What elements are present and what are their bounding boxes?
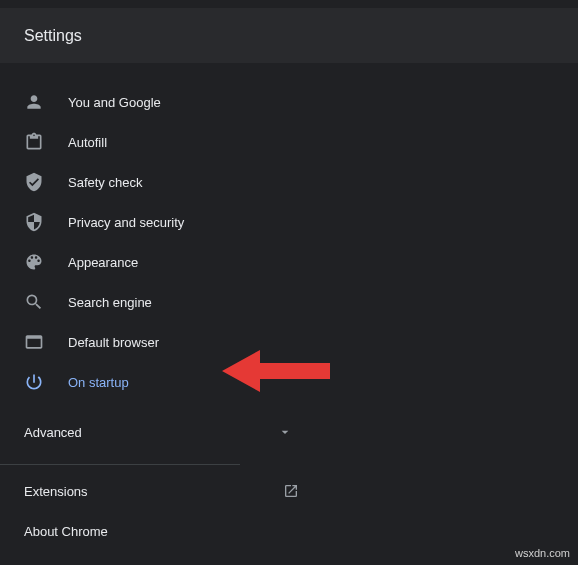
clipboard-icon [24,132,44,152]
person-icon [24,92,44,112]
window-topbar [0,0,578,8]
nav-list: You and Google Autofill Safety check Pri… [0,64,578,402]
shield-check-icon [24,172,44,192]
nav-item-default-browser[interactable]: Default browser [0,322,578,362]
nav-item-about-chrome[interactable]: About Chrome [0,511,578,551]
nav-item-appearance[interactable]: Appearance [0,242,578,282]
nav-item-search-engine[interactable]: Search engine [0,282,578,322]
nav-label: Autofill [68,135,107,150]
nav-label: Search engine [68,295,152,310]
search-icon [24,292,44,312]
nav-label: You and Google [68,95,161,110]
nav-label: On startup [68,375,129,390]
settings-sidebar: You and Google Autofill Safety check Pri… [0,64,578,565]
power-icon [24,372,44,392]
settings-header: Settings [0,8,578,64]
nav-label: Default browser [68,335,159,350]
nav-item-privacy-security[interactable]: Privacy and security [0,202,578,242]
external-link-icon [283,483,299,499]
advanced-label: Advanced [24,425,82,440]
divider [0,464,240,465]
nav-item-you-and-google[interactable]: You and Google [0,82,578,122]
watermark: wsxdn.com [515,547,570,559]
page-title: Settings [24,27,82,45]
about-chrome-label: About Chrome [24,524,108,539]
nav-item-on-startup[interactable]: On startup [0,362,578,402]
advanced-toggle[interactable]: Advanced [0,412,578,452]
nav-label: Appearance [68,255,138,270]
nav-label: Privacy and security [68,215,184,230]
extensions-label: Extensions [24,484,88,499]
shield-icon [24,212,44,232]
nav-item-autofill[interactable]: Autofill [0,122,578,162]
nav-item-extensions[interactable]: Extensions [0,471,578,511]
nav-item-safety-check[interactable]: Safety check [0,162,578,202]
browser-icon [24,332,44,352]
chevron-down-icon [277,424,293,440]
nav-label: Safety check [68,175,142,190]
palette-icon [24,252,44,272]
